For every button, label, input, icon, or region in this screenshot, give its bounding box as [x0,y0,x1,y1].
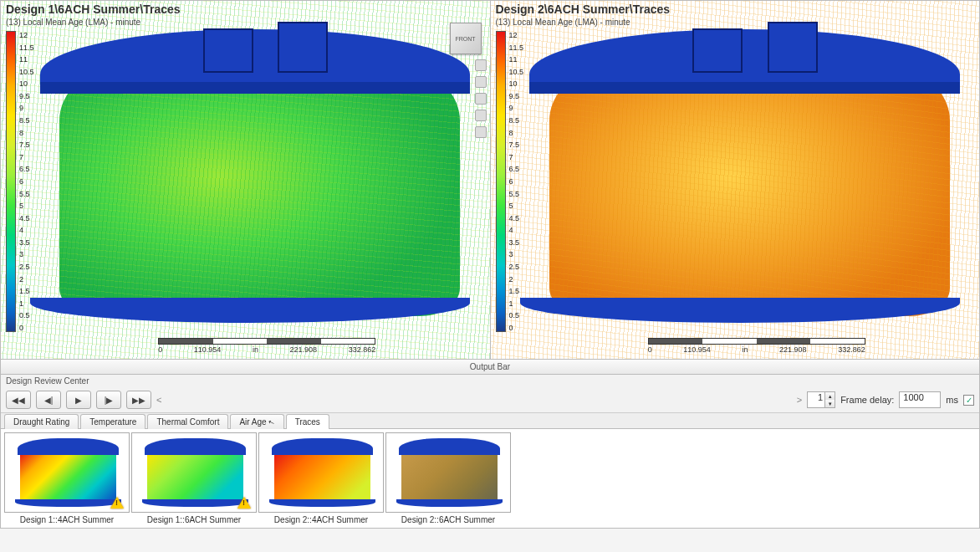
skip-back-icon: ◀◀ [12,396,25,405]
color-gradient [496,31,506,332]
next-button[interactable]: |▶ [96,391,121,409]
thumbnail[interactable]: Design 1::6ACH Summer [131,432,257,524]
tab-air-age[interactable]: Air Age↖ [230,414,283,429]
viewport-design-1[interactable]: Design 1\6ACH Summer\Traces (13) Local M… [1,1,491,359]
step-back-icon: ◀| [44,396,54,405]
gt-icon: > [797,395,802,405]
play-button[interactable]: ▶ [66,391,91,409]
zoom-icon[interactable] [475,93,487,105]
design-review-center: Design Review Center ◀◀ ◀| ▶ |▶ ▶▶ < > 1… [0,375,980,529]
step-forward-icon: |▶ [105,396,114,405]
spin-down-icon[interactable]: ▼ [824,400,835,407]
play-icon: ▶ [75,396,82,405]
scale-bar: 0 110.954 in 221.908 332.862 [648,338,865,354]
orbit-icon[interactable] [475,59,487,71]
transport-bar: ◀◀ ◀| ▶ |▶ ▶▶ < > 1 ▲ ▼ Frame delay: 100… [1,387,979,412]
last-button[interactable]: ▶▶ [126,391,151,409]
legend-label: (13) Local Mean Age (LMA) - minute [496,18,630,27]
thumbnail[interactable]: Design 2::4ACH Summer [258,432,384,524]
color-ticks: 1211.511 10.5109.5 98.58 7.576.5 65.55 4… [509,31,524,332]
viewport-tool-strip[interactable] [475,59,488,138]
tab-traces[interactable]: Traces [286,414,329,429]
tab-temperature[interactable]: Temperature [80,414,145,429]
fit-icon[interactable] [475,110,487,121]
color-gradient [6,31,16,332]
viewport-title: Design 2\6ACH Summer\Traces [491,1,980,18]
cursor-icon: ↖ [267,417,276,427]
thumbnail-caption: Design 2::6ACH Summer [385,513,511,524]
thumbnail[interactable]: Design 2::6ACH Summer [385,432,511,524]
tab-thermal-comfort[interactable]: Thermal Comfort [147,414,228,429]
frame-number-input[interactable]: 1 ▲ ▼ [807,391,835,408]
viewport-design-2[interactable]: Design 2\6ACH Summer\Traces (13) Local M… [491,1,980,359]
frame-delay-label: Frame delay: [840,395,894,405]
thumbnail-caption: Design 1::4ACH Summer [4,513,130,524]
tab-draught-rating[interactable]: Draught Rating [4,414,79,429]
thumbnail-caption: Design 2::4ACH Summer [258,513,384,524]
color-legend: 1211.511 10.5109.5 98.58 7.576.5 65.55 4… [496,31,533,332]
output-bar[interactable]: Output Bar [0,360,980,375]
skip-forward-icon: ▶▶ [132,396,145,405]
legend-label: (13) Local Mean Age (LMA) - minute [6,18,140,27]
spin-up-icon[interactable]: ▲ [824,392,835,400]
scale-bar: 0 110.954 in 221.908 332.862 [158,338,375,354]
cfd-scene[interactable] [491,1,980,359]
view-cube[interactable]: FRONT [450,23,482,54]
frame-delay-input[interactable]: 1000 [899,391,941,408]
thumbnail[interactable]: Design 1::4ACH Summer [4,432,130,524]
thumbnail-strip: Design 1::4ACH Summer Design 1::6ACH Sum… [1,428,979,528]
result-tabs: Draught Rating Temperature Thermal Comfo… [1,412,979,428]
thumbnail-caption: Design 1::6ACH Summer [131,513,257,524]
step-marker: < [156,395,161,405]
warning-icon [237,497,251,509]
prev-button[interactable]: ◀| [36,391,61,409]
frame-delay-unit: ms [946,395,958,405]
cfd-scene[interactable] [1,1,490,359]
warning-icon [110,497,124,509]
color-legend: 1211.511 10.5109.5 98.58 7.576.5 65.55 4… [6,31,43,332]
panel-title: Design Review Center [1,375,979,387]
pan-icon[interactable] [475,76,487,88]
first-button[interactable]: ◀◀ [6,391,31,409]
loop-checkbox[interactable]: ✓ [963,395,974,406]
more-icon[interactable] [475,126,487,138]
viewport-title: Design 1\6ACH Summer\Traces [1,1,490,18]
viewport-split: Design 1\6ACH Summer\Traces (13) Local M… [0,0,980,360]
color-ticks: 1211.511 10.5109.5 98.58 7.576.5 65.55 4… [19,31,34,332]
